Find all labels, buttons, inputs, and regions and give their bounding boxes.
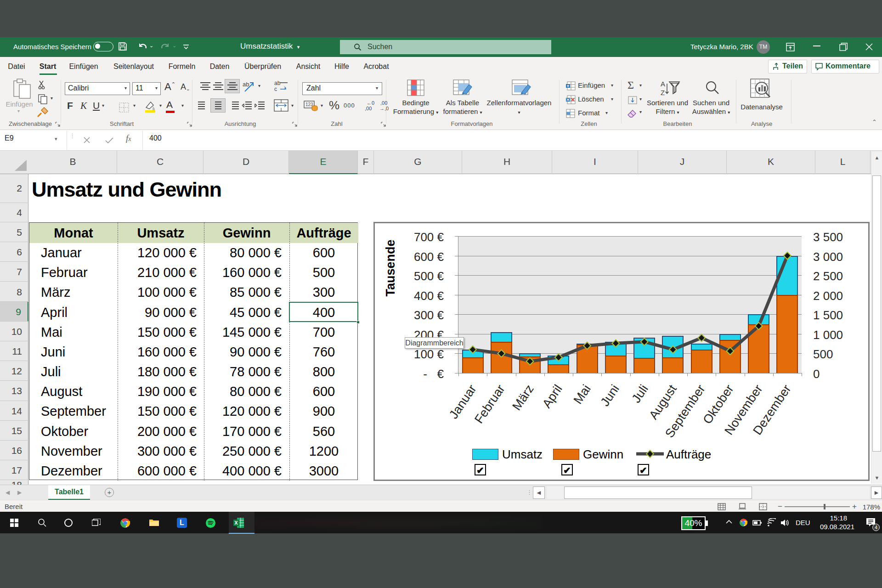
svg-text:c: c	[274, 86, 277, 92]
svg-text:,00: ,00	[380, 100, 387, 106]
svg-text:ab: ab	[243, 81, 249, 88]
svg-text:ab: ab	[274, 80, 281, 86]
svg-text:→,0: →,0	[379, 106, 389, 111]
svg-text:Z: Z	[661, 89, 665, 96]
svg-text:X: X	[234, 520, 238, 526]
svg-text:,00: ,00	[365, 106, 372, 111]
svg-text:←0: ←0	[367, 100, 374, 106]
svg-text:A: A	[661, 80, 665, 88]
